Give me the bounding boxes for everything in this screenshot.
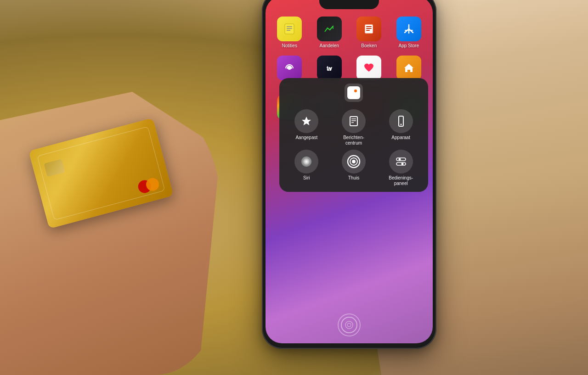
at-item-berichtencentrum[interactable]: Berichten-centrum [332, 109, 376, 146]
svg-rect-22 [350, 117, 357, 126]
at-logo-inner [347, 86, 360, 99]
at-item-aangepast[interactable]: Aangepast [285, 109, 328, 146]
svg-rect-33 [396, 158, 406, 161]
boeken-icon [356, 17, 381, 41]
boeken-label: Boeken [361, 43, 377, 48]
berichtencentrum-label: Berichten-centrum [343, 135, 364, 146]
at-item-bedieningspaneel[interactable]: Bedienings-paneel [379, 150, 423, 186]
svg-point-37 [345, 321, 353, 329]
home-button-inner [341, 317, 357, 333]
app-appstore[interactable]: App Store [391, 17, 427, 48]
gezondheid-icon [356, 56, 381, 80]
svg-marker-21 [302, 117, 311, 125]
svg-point-28 [300, 156, 312, 168]
svg-point-36 [401, 163, 403, 165]
thuis-icon [342, 150, 366, 174]
svg-point-38 [347, 323, 351, 327]
notities-label: Notities [282, 43, 297, 48]
podcasts-icon [277, 56, 302, 80]
svg-point-34 [398, 158, 401, 161]
at-item-siri[interactable]: Siri [285, 150, 328, 186]
notities-icon [277, 17, 302, 41]
at-item-thuis[interactable]: Thuis [332, 150, 376, 186]
appstore-label: App Store [399, 43, 419, 48]
app-row-1: Notities Aandelen Boeken [270, 15, 428, 50]
home-button[interactable] [338, 313, 361, 336]
at-header [285, 84, 423, 106]
berichtencentrum-icon [342, 109, 366, 133]
tv-icon: tv a [317, 56, 342, 80]
phone-frame: Notities Aandelen Boeken [262, 0, 436, 349]
bedieningspaneel-icon [389, 150, 413, 174]
at-item-apparaat[interactable]: Apparaat [379, 109, 423, 146]
svg-point-32 [352, 160, 356, 163]
woning-icon [396, 56, 421, 80]
aandelen-icon [317, 17, 342, 41]
svg-point-20 [354, 90, 357, 92]
svg-rect-7 [366, 26, 372, 27]
svg-rect-8 [366, 28, 372, 29]
at-logo [345, 84, 363, 102]
at-grid: Aangepast Berichten-centrum [285, 109, 423, 186]
bedieningspaneel-label: Bedienings-paneel [389, 175, 413, 186]
svg-rect-35 [396, 162, 406, 165]
aangepast-label: Aangepast [295, 135, 317, 140]
phone-notch [319, 0, 379, 9]
siri-label: Siri [303, 175, 310, 181]
appstore-icon [396, 17, 421, 41]
card-chip [44, 159, 65, 177]
svg-rect-0 [285, 24, 294, 34]
aangepast-icon [294, 109, 318, 133]
svg-point-27 [400, 124, 401, 125]
app-notities[interactable]: Notities [272, 17, 307, 48]
phone-screen: Notities Aandelen Boeken [266, 0, 433, 343]
svg-rect-9 [366, 30, 370, 31]
assistive-touch-popup[interactable]: Aangepast Berichten-centrum [279, 78, 428, 192]
siri-icon [294, 150, 318, 174]
svg-marker-17 [404, 64, 413, 72]
app-aandelen[interactable]: Aandelen [312, 17, 347, 48]
svg-text:a: a [328, 65, 331, 72]
apparaat-icon [389, 109, 413, 133]
thuis-label: Thuis [348, 175, 359, 181]
aandelen-label: Aandelen [320, 43, 339, 48]
apparaat-label: Apparaat [391, 135, 410, 140]
app-boeken[interactable]: Boeken [351, 17, 387, 48]
card-logo [136, 176, 162, 195]
